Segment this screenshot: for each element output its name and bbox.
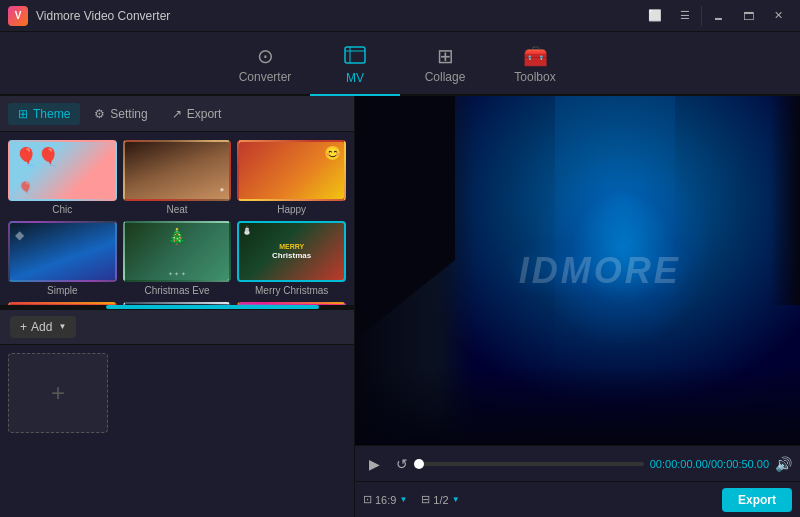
- add-button[interactable]: + Add ▼: [10, 316, 76, 338]
- progress-bar[interactable]: [419, 462, 644, 466]
- mv-icon: [344, 46, 366, 67]
- progress-dot: [414, 459, 424, 469]
- theme-christmas-eve-thumb: 🎄 ✦ ✦ ✦: [123, 221, 232, 282]
- video-preview: IDMORE: [355, 96, 800, 445]
- watermark-text: IDMORE: [519, 250, 681, 292]
- play-button[interactable]: ▶: [363, 453, 385, 475]
- repeat-icon: ↺: [396, 456, 408, 472]
- video-cave-bottom: [355, 365, 800, 445]
- theme-christmas-eve-label: Christmas Eve: [144, 285, 209, 296]
- theme-simple-label: Simple: [47, 285, 78, 296]
- ratio-value: 16:9: [375, 494, 396, 506]
- right-panel: IDMORE ▶ ↺ 00:00:00.00/00:00:50.00 🔊 ⊡: [355, 96, 800, 517]
- theme-icon: ⊞: [18, 107, 28, 121]
- main-content: ⊞ Theme ⚙ Setting ↗ Export 🎈🎈 🎈 Chic: [0, 96, 800, 517]
- theme-merry-christmas-label: Merry Christmas: [255, 285, 328, 296]
- close-btn[interactable]: ✕: [764, 6, 792, 26]
- add-media-area: +: [0, 345, 354, 518]
- tab-converter[interactable]: ⊙ Converter: [220, 40, 310, 96]
- page-icon: ⊟: [421, 493, 430, 506]
- title-bar: V Vidmore Video Converter ⬜ ☰ 🗕 🗖 ✕: [0, 0, 800, 32]
- export-label: Export: [738, 493, 776, 507]
- maximize-btn[interactable]: 🗖: [734, 6, 762, 26]
- sub-tab-setting[interactable]: ⚙ Setting: [84, 103, 157, 125]
- theme-happy-thumb: 😊: [237, 140, 346, 201]
- theme-happy[interactable]: 😊 Happy: [237, 140, 346, 215]
- setting-icon: ⚙: [94, 107, 105, 121]
- theme-neat[interactable]: ● Neat: [123, 140, 232, 215]
- theme-chic-label: Chic: [52, 204, 72, 215]
- add-icon: +: [20, 320, 27, 334]
- play-icon: ▶: [369, 456, 380, 472]
- app-title: Vidmore Video Converter: [36, 9, 641, 23]
- theme-neat-thumb: ●: [123, 140, 232, 201]
- sub-tab-setting-label: Setting: [110, 107, 147, 121]
- sub-tab-theme-label: Theme: [33, 107, 70, 121]
- tab-toolbox[interactable]: 🧰 Toolbox: [490, 40, 580, 96]
- sub-tab-export-label: Export: [187, 107, 222, 121]
- toolbox-icon: 🧰: [523, 46, 548, 66]
- tab-converter-label: Converter: [239, 70, 292, 84]
- export-nav-icon: ↗: [172, 107, 182, 121]
- theme-chic-thumb: 🎈🎈 🎈: [8, 140, 117, 201]
- theme-chic[interactable]: 🎈🎈 🎈 Chic: [8, 140, 117, 215]
- theme-scrollbar[interactable]: [0, 305, 354, 309]
- tab-toolbox-label: Toolbox: [514, 70, 555, 84]
- add-bar: + Add ▼: [0, 309, 354, 345]
- export-button[interactable]: Export: [722, 488, 792, 512]
- theme-happy-label: Happy: [277, 204, 306, 215]
- app-logo: V: [8, 6, 28, 26]
- theme-simple[interactable]: ◆ Simple: [8, 221, 117, 296]
- ratio-selector[interactable]: ⊡ 16:9 ▼: [363, 493, 407, 506]
- minimize-btn[interactable]: 🗕: [704, 6, 732, 26]
- theme-simple-thumb: ◆: [8, 221, 117, 282]
- separator: [701, 6, 702, 26]
- converter-icon: ⊙: [257, 46, 274, 66]
- sub-tab-theme[interactable]: ⊞ Theme: [8, 103, 80, 125]
- theme-merry-christmas[interactable]: MERRY Christmas ⛄ Merry Christmas: [237, 221, 346, 296]
- right-shadow: [770, 96, 800, 305]
- merry-text: MERRY Christmas: [272, 243, 311, 261]
- volume-button[interactable]: 🔊: [775, 456, 792, 472]
- theme-merry-christmas-thumb: MERRY Christmas ⛄: [237, 221, 346, 282]
- ratio-icon: ⊡: [363, 493, 372, 506]
- page-value: 1/2: [433, 494, 448, 506]
- window-controls: ⬜ ☰ 🗕 🗖 ✕: [641, 6, 792, 26]
- add-media-placeholder[interactable]: +: [8, 353, 108, 433]
- theme-grid: 🎈🎈 🎈 Chic ● Neat 😊 Happy: [0, 132, 354, 305]
- bottom-controls-bar: ⊡ 16:9 ▼ ⊟ 1/2 ▼ Export: [355, 481, 800, 517]
- ratio-arrow[interactable]: ▼: [399, 495, 407, 504]
- tabs-btn[interactable]: ⬜: [641, 6, 669, 26]
- tab-collage-label: Collage: [425, 70, 466, 84]
- nav-bar: ⊙ Converter MV ⊞ Collage 🧰 Toolbox: [0, 32, 800, 96]
- add-label: Add: [31, 320, 52, 334]
- theme-scrollbar-thumb: [106, 305, 318, 309]
- page-arrow[interactable]: ▼: [452, 495, 460, 504]
- theme-neat-label: Neat: [166, 204, 187, 215]
- menu-btn[interactable]: ☰: [671, 6, 699, 26]
- sub-tab-export[interactable]: ↗ Export: [162, 103, 232, 125]
- tab-mv[interactable]: MV: [310, 40, 400, 96]
- plus-icon: +: [51, 379, 65, 407]
- tab-mv-label: MV: [346, 71, 364, 85]
- page-selector[interactable]: ⊟ 1/2 ▼: [421, 493, 459, 506]
- repeat-button[interactable]: ↺: [391, 453, 413, 475]
- volume-icon: 🔊: [775, 456, 792, 472]
- left-panel: ⊞ Theme ⚙ Setting ↗ Export 🎈🎈 🎈 Chic: [0, 96, 355, 517]
- tab-collage[interactable]: ⊞ Collage: [400, 40, 490, 96]
- collage-icon: ⊞: [437, 46, 454, 66]
- time-display: 00:00:00.00/00:00:50.00: [650, 458, 769, 470]
- sub-tabs: ⊞ Theme ⚙ Setting ↗ Export: [0, 96, 354, 132]
- svg-rect-0: [345, 47, 365, 63]
- video-controls-bar: ▶ ↺ 00:00:00.00/00:00:50.00 🔊: [355, 445, 800, 481]
- theme-christmas-eve[interactable]: 🎄 ✦ ✦ ✦ Christmas Eve: [123, 221, 232, 296]
- add-dropdown-icon: ▼: [58, 322, 66, 331]
